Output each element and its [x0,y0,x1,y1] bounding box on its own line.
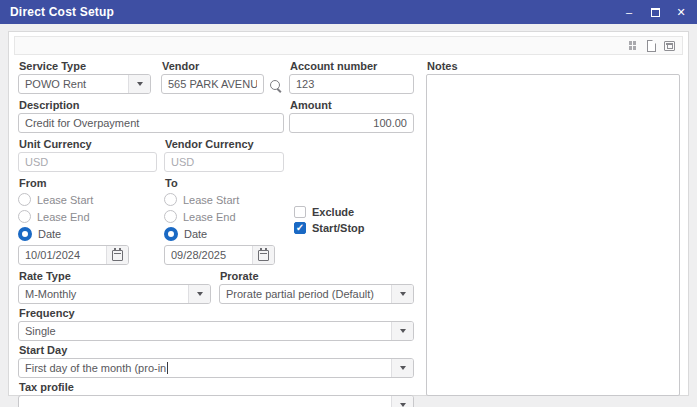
start-stop-checkbox-row[interactable]: ✓ Start/Stop [294,220,365,235]
window-title: Direct Cost Setup [10,5,114,19]
amount-input[interactable] [290,114,413,132]
start-day-value: First day of the month (pro-in [25,362,166,374]
frequency-label: Frequency [19,307,414,320]
from-radio-lease-end[interactable]: Lease End [18,208,164,225]
document-icon[interactable] [646,40,658,52]
vendor-field [161,74,264,94]
document-glyph [647,40,656,52]
dialog-panel: Service Type POWO Rent Vendor [8,31,689,396]
start-stop-checkbox[interactable]: ✓ [294,222,306,234]
chevron-down-icon [197,292,203,296]
vendor-currency-field [164,152,284,172]
frequency-dropdown-button[interactable] [391,322,413,340]
service-type-select[interactable]: POWO Rent [18,74,151,94]
to-label: To [165,177,294,190]
vendor-currency-input [165,153,283,171]
notes-textarea[interactable] [426,74,680,396]
to-date-label: Date [184,228,207,240]
frequency-value: Single [19,325,391,337]
from-date-field [18,245,129,265]
chevron-down-icon [400,403,406,407]
panel-toolbar [14,36,683,55]
prorate-label: Prorate [220,270,414,283]
frequency-select[interactable]: Single [18,321,414,341]
radio-icon [164,193,177,206]
calendar-icon[interactable] [664,40,676,52]
to-radio-lease-end[interactable]: Lease End [164,208,294,225]
chevron-down-icon [400,292,406,296]
to-date-field [164,245,275,265]
to-date-picker-button[interactable] [252,246,274,264]
vendor-group: Vendor [161,58,283,94]
chevron-down-icon [400,329,406,333]
minimize-button[interactable]: – [623,6,635,18]
tax-profile-label: Tax profile [19,381,414,394]
start-day-label: Start Day [19,344,414,357]
amount-field [289,113,414,133]
rate-type-dropdown-button[interactable] [188,285,210,303]
from-radio-lease-start[interactable]: Lease Start [18,191,164,208]
tax-profile-group: Tax profile [18,381,414,407]
start-day-dropdown-button[interactable] [391,359,413,377]
form-content: Service Type POWO Rent Vendor [9,55,688,407]
radio-selected-icon [164,227,178,241]
start-day-select[interactable]: First day of the month (pro-in [18,358,414,378]
form-left-column: Service Type POWO Rent Vendor [18,58,414,407]
radio-icon [18,210,31,223]
from-date-label: Date [38,228,61,240]
rate-type-label: Rate Type [19,270,211,283]
account-number-label: Account number [290,60,414,73]
account-number-input[interactable] [290,75,413,93]
tax-profile-select[interactable] [18,395,414,407]
from-lease-end-label: Lease End [37,211,90,223]
close-button[interactable]: ✕ [675,6,687,18]
from-date-picker-button[interactable] [106,246,128,264]
account-number-field [289,74,414,94]
description-input[interactable] [19,114,283,132]
rate-type-select[interactable]: M-Monthly [18,284,211,304]
grid-glyph [629,41,639,51]
exclude-checkbox[interactable] [294,206,306,218]
description-group: Description [18,97,284,133]
maximize-icon [651,8,660,17]
service-type-value: POWO Rent [19,78,128,90]
grid-icon[interactable] [628,40,640,52]
vendor-input[interactable] [162,75,263,93]
exclude-checkbox-row[interactable]: Exclude [294,204,365,219]
radio-selected-icon [18,227,32,241]
prorate-dropdown-button[interactable] [391,285,413,303]
vendor-label: Vendor [162,60,283,73]
chevron-down-icon [400,366,406,370]
maximize-button[interactable] [649,6,661,18]
to-lease-start-label: Lease Start [183,194,239,206]
service-type-dropdown-button[interactable] [128,75,150,93]
calendar-icon [258,250,269,261]
radio-icon [164,210,177,223]
to-lease-end-label: Lease End [183,211,236,223]
from-radio-date[interactable]: Date [18,225,164,242]
notes-group: Notes [426,58,680,407]
amount-group: Amount [289,97,414,133]
to-date-input[interactable] [165,246,252,264]
account-number-group: Account number [289,58,414,94]
tax-profile-dropdown-button[interactable] [391,396,413,407]
service-type-label: Service Type [19,60,151,73]
calendar-glyph [664,41,675,51]
search-icon[interactable] [269,79,283,93]
prorate-group: Prorate Prorate partial period (Default) [219,268,414,304]
direct-cost-setup-window: Direct Cost Setup – ✕ Service Type POWO [0,0,697,407]
notes-label: Notes [427,60,680,73]
from-date-input[interactable] [19,246,106,264]
to-radio-date[interactable]: Date [164,225,294,242]
from-lease-start-label: Lease Start [37,194,93,206]
description-field [18,113,284,133]
prorate-select[interactable]: Prorate partial period (Default) [219,284,414,304]
to-group: To Lease Start Lease End Date [164,175,294,265]
service-type-group: Service Type POWO Rent [18,58,151,94]
flags-group: Exclude ✓ Start/Stop [294,204,365,236]
unit-currency-label: Unit Currency [19,138,157,151]
exclude-label: Exclude [312,206,354,218]
start-day-group: Start Day First day of the month (pro-in [18,344,414,378]
unit-currency-field [18,152,157,172]
to-radio-lease-start[interactable]: Lease Start [164,191,294,208]
